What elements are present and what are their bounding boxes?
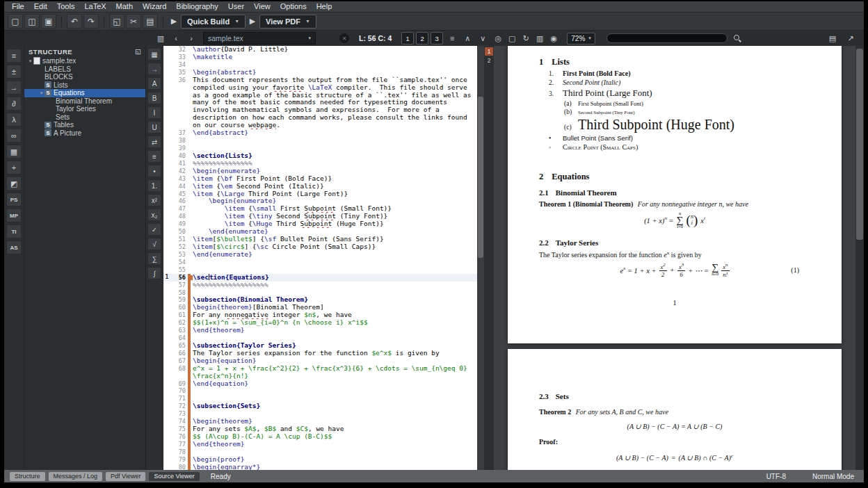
menu-edit[interactable]: Edit xyxy=(29,1,52,12)
line-number[interactable]: 70 xyxy=(170,387,188,395)
menu-latex[interactable]: LaTeX xyxy=(79,1,111,12)
structure-item-binomial-theorem[interactable]: Binomial Theorem xyxy=(24,97,145,106)
line-number[interactable]: 33 xyxy=(170,54,188,61)
line-number[interactable]: 53 xyxy=(170,251,188,259)
open-file-icon[interactable]: ◫ xyxy=(24,14,40,29)
editor-row[interactable]: 47 \item {\small First Subpoint (Small F… xyxy=(163,205,477,213)
misc-math-tab-icon[interactable]: ∂ xyxy=(6,97,22,111)
line-number[interactable]: 38 xyxy=(170,137,188,145)
editor-row[interactable]: 52\item[$\circ$] {\sc Circle Point (Smal… xyxy=(163,243,477,251)
editor-row[interactable]: 63\end{theorem} xyxy=(163,327,477,334)
line-number[interactable]: 71 xyxy=(170,395,188,402)
bullet-list-icon[interactable]: • xyxy=(147,165,161,177)
structure-item-lists[interactable]: SLists xyxy=(24,81,145,90)
structure-list-icon[interactable]: ≡ xyxy=(446,33,458,44)
pdf-page-number-2[interactable]: 2 xyxy=(485,56,493,65)
line-number[interactable]: 60 xyxy=(170,304,188,311)
line-number[interactable]: 47 xyxy=(170,205,188,213)
sum-icon[interactable]: ∑ xyxy=(147,252,161,265)
editor-row[interactable]: 79\begin{proof} xyxy=(163,456,477,464)
menu-math[interactable]: Math xyxy=(111,1,138,12)
menu-bibliography[interactable]: Bibliography xyxy=(171,1,223,12)
line-number[interactable]: 61 xyxy=(170,311,188,319)
line-number[interactable]: 34 xyxy=(170,61,188,69)
menu-view[interactable]: View xyxy=(249,1,275,12)
expand-arrow-icon[interactable]: ▾ xyxy=(27,58,33,64)
editor-row[interactable]: 54 xyxy=(163,259,477,266)
editor-row[interactable]: 36This document represents the output fr… xyxy=(163,76,477,84)
continuous-icon[interactable]: ▥ xyxy=(533,33,546,44)
line-number[interactable]: 66 xyxy=(170,350,188,357)
structure-item-a-picture[interactable]: SA Picture xyxy=(24,129,145,138)
presentation-icon[interactable]: ◉ xyxy=(547,33,560,44)
line-number[interactable]: 51 xyxy=(170,236,188,243)
search-input[interactable] xyxy=(606,33,728,43)
line-number[interactable]: 68 xyxy=(170,365,188,373)
sqrt-icon[interactable]: √ xyxy=(147,238,161,250)
line-number[interactable]: 58 xyxy=(170,289,188,297)
arrows-tab-icon[interactable]: → xyxy=(6,81,22,95)
editor-row[interactable]: 51\item[$\bullet$] {\sf Bullet Point (Sa… xyxy=(163,236,477,243)
pdf-viewer[interactable]: 1Lists 1.First Point (Bold Face)2.Second… xyxy=(494,46,855,470)
line-number[interactable]: 78 xyxy=(170,448,188,456)
editor-row[interactable]: 68e^x = 1 + x + \frac{x^2}{2} + \frac{x^… xyxy=(163,365,477,373)
editor-row[interactable]: 55 xyxy=(163,266,477,274)
editor-row[interactable]: many of the most basic commands needed f… xyxy=(163,99,477,106)
editor-row[interactable]: 71 xyxy=(163,395,477,402)
editor-row[interactable]: 33\maketitle xyxy=(163,54,477,61)
forward-icon[interactable]: › xyxy=(185,33,198,44)
editor-scrollbar-thumb[interactable] xyxy=(478,97,483,258)
open-file-selector[interactable]: sample.tex ▾ xyxy=(203,32,316,44)
save-icon[interactable]: ▣ xyxy=(41,14,56,29)
previous-page-icon[interactable]: ∧ xyxy=(461,33,474,44)
line-number[interactable]: 48 xyxy=(170,213,188,220)
integral-icon[interactable]: ∫ xyxy=(147,267,161,279)
editor-row[interactable]: 74\begin{theorem} xyxy=(163,418,477,425)
print-icon[interactable]: ▤ xyxy=(826,33,839,44)
line-number[interactable]: 41 xyxy=(170,160,188,168)
tikz-tab-icon[interactable]: TI xyxy=(6,225,22,238)
pdf-scrollbar-thumb[interactable] xyxy=(856,49,863,240)
indent-icon[interactable]: → xyxy=(147,63,161,75)
line-number[interactable]: 43 xyxy=(170,175,188,183)
menu-help[interactable]: Help xyxy=(312,1,337,12)
editor-row[interactable]: 78 xyxy=(163,448,477,456)
editor-row[interactable]: involving mathematical symbols and expre… xyxy=(163,106,477,114)
external-viewer-icon[interactable]: ↗ xyxy=(844,33,857,44)
editor-row[interactable]: 43\item {\bf First Point (Bold Face)} xyxy=(163,175,477,183)
subscript-icon[interactable]: x₂ xyxy=(147,209,161,221)
greek-tab-icon[interactable]: λ xyxy=(6,113,22,127)
line-number[interactable]: 52 xyxy=(170,243,188,251)
line-number[interactable]: 79 xyxy=(170,456,188,464)
paste-icon[interactable]: ▤ xyxy=(143,14,158,29)
editor-row[interactable]: 72\subsection{Sets} xyxy=(163,402,477,410)
check-icon[interactable]: ✓ xyxy=(147,223,161,236)
line-number[interactable]: 72 xyxy=(170,402,188,410)
structure-item-blocks[interactable]: BLOCKS xyxy=(24,73,145,81)
swap-icon[interactable]: ⇄ xyxy=(147,136,161,148)
editor-row[interactable]: 57%%%%%%%%%%%%%%%%%%% xyxy=(163,282,477,289)
line-number[interactable]: 56 xyxy=(170,274,188,282)
bold-icon[interactable]: B xyxy=(147,92,161,104)
line-number[interactable]: 36 xyxy=(170,76,188,84)
pdf-scrollbar[interactable] xyxy=(855,46,864,470)
editor-row[interactable]: 41%%%%%%%%%%%%%%% xyxy=(163,160,477,168)
editor-row[interactable]: 40\section{Lists} xyxy=(163,152,477,160)
line-number[interactable]: 57 xyxy=(170,282,188,289)
underline-icon[interactable]: U xyxy=(147,121,161,133)
line-number[interactable]: 45 xyxy=(170,190,188,198)
line-number[interactable]: 46 xyxy=(170,197,188,205)
editor-row[interactable]: 37\end{abstract} xyxy=(163,129,477,137)
run-quick-build-icon[interactable]: ▶ xyxy=(168,15,179,28)
relations-tab-icon[interactable]: ± xyxy=(6,65,22,79)
fit-width-icon[interactable]: ▢ xyxy=(506,33,518,44)
delimiters-tab-icon[interactable]: ▦ xyxy=(6,145,22,158)
line-number[interactable]: 73 xyxy=(170,410,188,418)
font-icon[interactable]: A xyxy=(147,77,161,90)
editor-row[interactable]: 70 xyxy=(163,387,477,395)
menu-options[interactable]: Options xyxy=(275,1,312,12)
editor-row[interactable]: 58 xyxy=(163,289,477,297)
editor-row[interactable]: on our course webpage. xyxy=(163,122,477,129)
structure-options-icon[interactable]: ◱ xyxy=(135,48,141,55)
editor-row[interactable]: 60\begin{theorem}[Binomial Theorem] xyxy=(163,304,477,311)
